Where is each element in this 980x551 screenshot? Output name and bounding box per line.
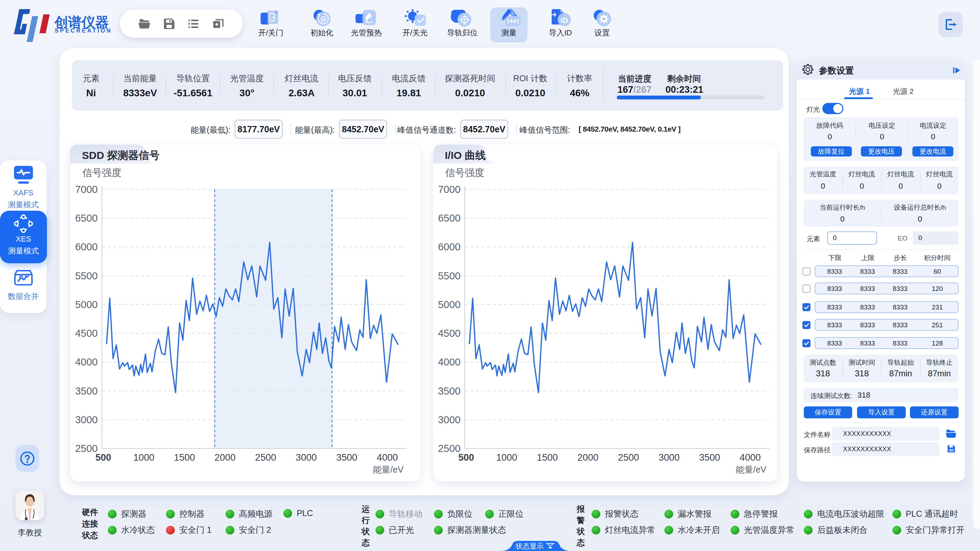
svg-text:3500: 3500 [438, 386, 461, 397]
svg-text:500: 500 [95, 452, 111, 463]
svg-text:4000: 4000 [377, 452, 398, 463]
svg-text:信号强度: 信号强度 [445, 167, 484, 178]
svg-text:6000: 6000 [75, 241, 98, 252]
svg-text:1500: 1500 [537, 452, 558, 463]
svg-text:5000: 5000 [438, 299, 461, 310]
svg-text:7000: 7000 [75, 184, 98, 195]
svg-text:4000: 4000 [438, 356, 461, 368]
svg-text:3500: 3500 [699, 452, 720, 463]
svg-text:2500: 2500 [618, 452, 639, 463]
svg-text:5500: 5500 [75, 270, 98, 281]
svg-text:2500: 2500 [438, 443, 461, 454]
svg-text:1500: 1500 [174, 452, 195, 463]
svg-text:信号强度: 信号强度 [82, 167, 121, 178]
svg-text:6000: 6000 [438, 241, 461, 252]
svg-text:2000: 2000 [578, 452, 598, 463]
svg-text:5000: 5000 [75, 299, 98, 310]
svg-text:1000: 1000 [496, 452, 517, 463]
svg-text:4000: 4000 [75, 356, 98, 368]
svg-text:状态显示: 状态显示 [515, 542, 544, 550]
svg-text:3000: 3000 [659, 452, 679, 463]
svg-text:500: 500 [458, 452, 474, 463]
svg-text:2500: 2500 [255, 452, 276, 463]
svg-text:3000: 3000 [296, 452, 317, 463]
svg-text:4500: 4500 [75, 328, 98, 339]
svg-text:4000: 4000 [740, 452, 761, 463]
svg-text:4500: 4500 [438, 328, 461, 339]
svg-text:2000: 2000 [215, 452, 236, 463]
svg-text:SPECREATION: SPECREATION [55, 27, 112, 33]
svg-text:1000: 1000 [134, 452, 154, 463]
svg-text:5500: 5500 [438, 270, 461, 281]
svg-text:能量/eV: 能量/eV [735, 465, 766, 474]
svg-text:ID: ID [560, 16, 568, 25]
svg-text:3500: 3500 [75, 386, 98, 397]
svg-text:7000: 7000 [438, 184, 461, 195]
svg-text:3000: 3000 [75, 414, 98, 426]
svg-text:2500: 2500 [75, 443, 98, 454]
svg-text:3500: 3500 [336, 452, 357, 463]
svg-text:3000: 3000 [438, 414, 461, 426]
svg-text:6500: 6500 [75, 213, 98, 224]
svg-text:能量/eV: 能量/eV [373, 465, 404, 474]
svg-text:6500: 6500 [438, 213, 461, 224]
